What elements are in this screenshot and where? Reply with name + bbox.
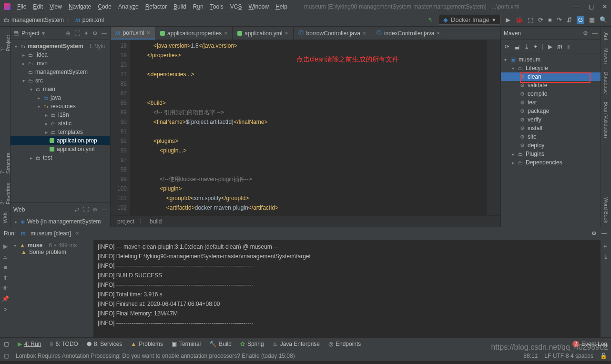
maximize-icon[interactable]: ▢ (589, 3, 594, 10)
tab-app-yml[interactable]: application.yml× (233, 27, 293, 40)
menu-build[interactable]: Build (173, 3, 186, 10)
left-tab-favorites[interactable]: 2: Favorites (0, 181, 11, 204)
run-tab[interactable]: museum [clean] (31, 230, 71, 237)
menu-help[interactable]: Help (275, 3, 287, 10)
close-tab-icon[interactable]: × (147, 30, 150, 36)
profiler-button[interactable]: ⟳ (538, 16, 543, 23)
gear-icon[interactable]: ⚙ (591, 230, 597, 237)
bottom-run[interactable]: ▶4: Run (18, 341, 41, 347)
menu-run[interactable]: Run (193, 3, 204, 10)
menu-analyze[interactable]: Analyze (118, 3, 139, 10)
filter-icon[interactable]: 👁 (2, 285, 8, 292)
hide-icon[interactable]: — (592, 30, 598, 37)
menu-edit[interactable]: Edit (33, 3, 43, 10)
project-panel-title: Project (21, 30, 39, 37)
lifecycle-deploy: ⚙deploy (501, 141, 601, 150)
right-tab-maven[interactable]: Maven (603, 48, 609, 64)
reimport-icon[interactable]: ⟳ (505, 43, 509, 50)
toggle-offline-icon[interactable]: ⫴ (567, 43, 570, 50)
bottom-expand-icon[interactable]: ▢ (4, 341, 9, 347)
menu-refactor[interactable]: Refactor (145, 3, 167, 10)
download-icon[interactable]: ⤓ (524, 43, 529, 50)
left-tab-structure[interactable]: 7: Structure (0, 151, 11, 174)
bottom-java-ee[interactable]: ♨Java Enterprise (273, 341, 320, 347)
lock-icon[interactable]: 🔓 (600, 353, 607, 359)
locate-icon[interactable]: ⊕ (66, 30, 71, 37)
run-config-select[interactable]: ◆Docker Image▾ (438, 15, 501, 25)
bottom-spring[interactable]: ✿Spring (240, 341, 264, 347)
vcs-back-icon[interactable]: ↖ (428, 16, 433, 23)
left-tab-project[interactable]: 1: Project (0, 32, 11, 51)
hide-icon[interactable]: — (601, 230, 607, 237)
code-crumb-project[interactable]: project (117, 218, 134, 225)
bottom-event-log[interactable]: 2Event Log (572, 341, 607, 347)
app-logo (4, 3, 10, 10)
right-tab-database[interactable]: Database (603, 71, 609, 94)
hide-icon[interactable]: — (102, 30, 107, 37)
lifecycle-install: ⚙install (501, 124, 601, 132)
close-icon[interactable]: ✕ (602, 3, 607, 10)
crumb-root[interactable]: managementSystem (11, 17, 64, 23)
rerun-icon[interactable]: ▶ (3, 243, 8, 250)
expand-icon[interactable]: ⛶ (74, 30, 80, 37)
minimap[interactable] (487, 40, 500, 215)
minimize-icon[interactable]: — (574, 3, 580, 10)
crumb-file[interactable]: pom.xml (82, 17, 104, 23)
bottom-todo[interactable]: ≡6: TODO (50, 341, 78, 347)
menu-window[interactable]: Window (248, 3, 269, 10)
menu-file[interactable]: File (17, 3, 26, 10)
annotation-text: 点击clean清除之前生成的所有文件 (296, 54, 399, 64)
project-structure-icon[interactable]: ▦ (589, 16, 595, 23)
generate-sources-icon[interactable]: ⬓ (514, 43, 519, 50)
stop-icon[interactable]: ■ (3, 264, 7, 271)
maven-m-icon[interactable]: m (557, 43, 562, 50)
run-maven-icon[interactable]: ▶ (548, 43, 552, 50)
menu-view[interactable]: View (50, 3, 62, 10)
right-tab-word[interactable]: Word Book (603, 197, 609, 223)
code-editor[interactable]: 点击clean清除之前生成的所有文件 <java.version>1.8</ja… (130, 40, 487, 215)
right-tab-ant[interactable]: Ant (603, 32, 609, 40)
bottom-services[interactable]: ⬢8: Services (87, 341, 122, 347)
menu-code[interactable]: Code (98, 3, 112, 10)
update-button[interactable]: ↷ (557, 16, 562, 23)
dropdown-icon[interactable]: ▾ (42, 30, 45, 37)
menu-tools[interactable]: Tools (210, 3, 224, 10)
debug-button[interactable]: 🐞 (515, 16, 523, 23)
search-icon[interactable]: 🔍 (600, 16, 607, 23)
stop-button[interactable]: ■ (548, 16, 552, 23)
collapse-icon[interactable]: ✦ (84, 30, 89, 37)
pin-icon[interactable]: 📌 (2, 295, 9, 302)
gear-icon[interactable]: ⚙ (92, 30, 98, 37)
menu-vcs[interactable]: VCS (230, 3, 242, 10)
run-button[interactable]: ▶ (506, 16, 510, 23)
tab-index[interactable]: ⒸindexController.java× (371, 27, 445, 40)
translation-icon[interactable]: G (577, 16, 584, 24)
bottom-problems[interactable]: ▲Problems (131, 341, 163, 347)
tab-borrow[interactable]: ⒸborrowController.java× (294, 27, 371, 40)
tab-pom[interactable]: mpom.xml× (111, 27, 155, 40)
soft-wrap-icon[interactable]: ↵ (603, 243, 608, 250)
vcs-button[interactable]: ⇵ (567, 16, 572, 23)
run-console[interactable]: [INFO] --- maven-clean-plugin:3.1.0:clea… (94, 240, 601, 337)
bottom-terminal[interactable]: ▣Terminal (172, 341, 201, 347)
right-tab-bean[interactable]: Bean Validation (603, 101, 609, 138)
close-run-tab[interactable]: × (76, 230, 79, 237)
tab-app-props[interactable]: application.properties× (155, 27, 233, 40)
encoding: LF UTF-8 4 spaces (544, 353, 593, 359)
project-tree[interactable]: ▾🗀managementSystem E:\lyki ▸🗀.idea ▸🗀.mv… (10, 40, 110, 202)
run-tree[interactable]: ▾▲muse 6 s 499 ms ▲Some problem (10, 240, 94, 337)
up-icon[interactable]: ⬆ (3, 274, 8, 281)
scroll-end-icon[interactable]: ⤓ (603, 253, 608, 260)
left-tab-web[interactable]: Web (2, 212, 8, 223)
code-crumb-build[interactable]: build (150, 218, 162, 225)
attach-icon[interactable]: 🜂 (2, 253, 8, 260)
gear-icon[interactable]: ⚙ (583, 30, 588, 37)
status-message: Lombok Requires Annotation Processing: D… (16, 353, 295, 359)
status-icon[interactable]: ▢ (4, 353, 9, 359)
coverage-button[interactable]: ⬚ (528, 16, 533, 23)
add-icon[interactable]: + (534, 43, 537, 50)
menu-navigate[interactable]: Navigate (69, 3, 91, 10)
bottom-build[interactable]: 🔨Build (209, 341, 232, 347)
bottom-endpoints[interactable]: ◎Endpoints (328, 341, 361, 347)
more-icon[interactable]: » (4, 306, 7, 313)
